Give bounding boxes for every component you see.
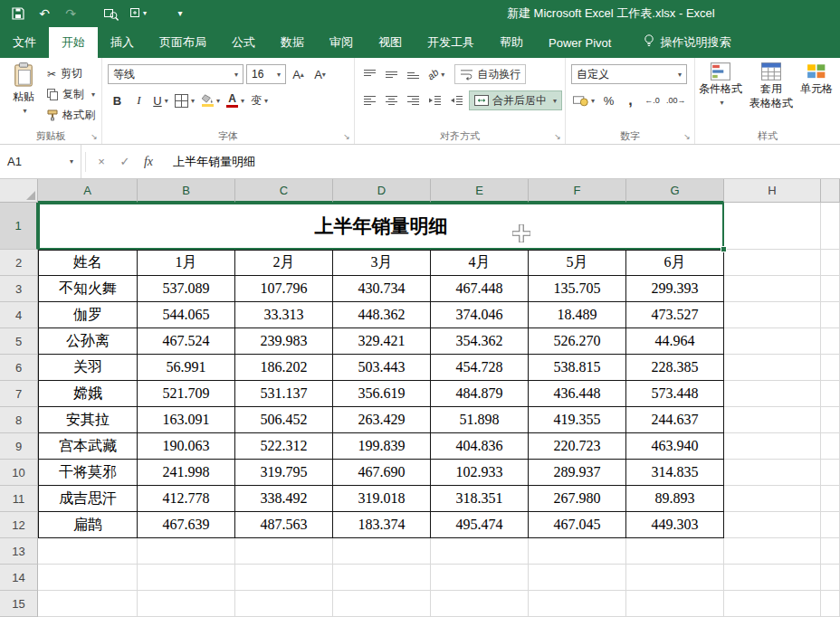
cell-B13[interactable] <box>138 538 235 565</box>
cell-H6[interactable] <box>724 355 821 381</box>
cell-I10[interactable] <box>821 460 840 486</box>
cell-C2[interactable]: 2月 <box>235 250 333 276</box>
cell-E2[interactable]: 4月 <box>431 250 529 276</box>
customize-quick-access-button[interactable]: ▾ <box>173 5 187 22</box>
font-name-select[interactable]: 等线▾ <box>108 64 243 84</box>
cell-styles-button[interactable]: 单元格 <box>800 62 833 109</box>
cell-D6[interactable]: 503.443 <box>333 355 431 381</box>
cell-F10[interactable]: 289.937 <box>529 460 626 486</box>
cell-H3[interactable] <box>724 276 821 302</box>
cell-G14[interactable] <box>626 565 724 591</box>
quick-tool-icon[interactable]: ▾ <box>130 5 147 22</box>
cell-A6[interactable]: 关羽 <box>38 355 138 381</box>
cell-A12[interactable]: 扁鹊 <box>38 512 138 538</box>
cell-C8[interactable]: 506.452 <box>235 407 333 433</box>
cell-G9[interactable]: 463.940 <box>626 433 724 460</box>
cell-H11[interactable] <box>724 486 821 512</box>
screenshot-tool-icon[interactable] <box>104 5 119 22</box>
cell-F15[interactable] <box>529 591 626 617</box>
row-header-12[interactable]: 12 <box>0 512 38 538</box>
decrease-font-size-button[interactable]: A▾ <box>310 64 329 84</box>
cell-D11[interactable]: 319.018 <box>333 486 431 512</box>
cell-B2[interactable]: 1月 <box>138 250 235 276</box>
cell-I1[interactable] <box>821 203 840 250</box>
cell-G2[interactable]: 6月 <box>626 250 724 276</box>
cell-C6[interactable]: 186.202 <box>235 355 333 381</box>
cell-B4[interactable]: 544.065 <box>138 302 235 328</box>
cell-I2[interactable] <box>821 250 840 276</box>
row-header-3[interactable]: 3 <box>0 276 38 302</box>
cell-D3[interactable]: 430.734 <box>333 276 431 302</box>
cell-B10[interactable]: 241.998 <box>138 460 235 486</box>
cancel-icon[interactable]: × <box>90 155 113 168</box>
save-icon[interactable] <box>11 5 25 22</box>
cell-C10[interactable]: 319.795 <box>235 460 333 486</box>
cell-G7[interactable]: 573.448 <box>626 381 724 407</box>
cell-E10[interactable]: 102.933 <box>431 460 529 486</box>
cell-F4[interactable]: 18.489 <box>529 302 626 328</box>
cell-H13[interactable] <box>724 538 821 565</box>
format-painter-button[interactable]: 格式刷 <box>47 108 95 123</box>
cell-E3[interactable]: 467.448 <box>431 276 529 302</box>
cell-E7[interactable]: 484.879 <box>431 381 529 407</box>
percent-style-button[interactable]: % <box>599 90 618 110</box>
merge-and-center-button[interactable]: 合并后居中 ▾ <box>469 90 562 110</box>
row-header-1[interactable]: 1 <box>0 203 38 250</box>
cell-I14[interactable] <box>821 565 840 591</box>
cell-E5[interactable]: 354.362 <box>431 328 529 355</box>
tab-Power Pivot[interactable]: Power Pivot <box>536 27 624 58</box>
cell-G8[interactable]: 244.637 <box>626 407 724 433</box>
row-header-5[interactable]: 5 <box>0 328 38 355</box>
cell-F12[interactable]: 467.045 <box>529 512 626 538</box>
cell-I11[interactable] <box>821 486 840 512</box>
cell-F5[interactable]: 526.270 <box>529 328 626 355</box>
column-header-E[interactable]: E <box>431 179 529 203</box>
cell-A4[interactable]: 伽罗 <box>38 302 138 328</box>
cell-G15[interactable] <box>626 591 724 617</box>
insert-function-icon[interactable]: fx <box>137 155 160 169</box>
cell-H14[interactable] <box>724 565 821 591</box>
cell-B3[interactable]: 537.089 <box>138 276 235 302</box>
fill-color-button[interactable]: ▾ <box>199 90 222 110</box>
row-header-10[interactable]: 10 <box>0 460 38 486</box>
cell-G10[interactable]: 314.835 <box>626 460 724 486</box>
cell-H9[interactable] <box>724 433 821 460</box>
cell-C15[interactable] <box>235 591 333 617</box>
tab-开始[interactable]: 开始 <box>49 27 98 58</box>
cell-A14[interactable] <box>38 565 138 591</box>
cell-H8[interactable] <box>724 407 821 433</box>
cell-B14[interactable] <box>138 565 235 591</box>
cell-B6[interactable]: 56.991 <box>138 355 235 381</box>
tab-开发工具[interactable]: 开发工具 <box>415 27 487 58</box>
cell-I13[interactable] <box>821 538 840 565</box>
cell-I4[interactable] <box>821 302 840 328</box>
formula-input[interactable]: 上半年销量明细 <box>160 154 840 170</box>
cell-A10[interactable]: 干将莫邪 <box>38 460 138 486</box>
tab-视图[interactable]: 视图 <box>366 27 415 58</box>
row-header-13[interactable]: 13 <box>0 538 38 565</box>
cell-D4[interactable]: 448.362 <box>333 302 431 328</box>
tell-me-search[interactable]: 操作说明搜索 <box>644 27 730 58</box>
row-header-15[interactable]: 15 <box>0 591 38 617</box>
column-header-C[interactable]: C <box>235 179 333 203</box>
cell-G13[interactable] <box>626 538 724 565</box>
cell-H5[interactable] <box>724 328 821 355</box>
cell-A7[interactable]: 嫦娥 <box>38 381 138 407</box>
cell-B9[interactable]: 190.063 <box>138 433 235 460</box>
bold-button[interactable]: B <box>108 90 127 110</box>
column-header-H[interactable]: H <box>724 179 821 203</box>
decrease-decimal-button[interactable]: .00→ <box>664 90 688 110</box>
align-left-icon[interactable] <box>360 90 379 110</box>
align-bottom-icon[interactable] <box>404 64 423 84</box>
paste-button[interactable]: 粘贴 ▾ <box>4 62 43 129</box>
cell-D7[interactable]: 356.619 <box>333 381 431 407</box>
align-center-icon[interactable] <box>382 90 401 110</box>
column-header-G[interactable]: G <box>626 179 724 203</box>
cell-G4[interactable]: 473.527 <box>626 302 724 328</box>
row-header-7[interactable]: 7 <box>0 381 38 407</box>
cell-B5[interactable]: 467.524 <box>138 328 235 355</box>
cell-G6[interactable]: 228.385 <box>626 355 724 381</box>
undo-icon[interactable]: ↶ <box>37 5 52 22</box>
align-middle-icon[interactable] <box>382 64 401 84</box>
wrap-text-button[interactable]: 自动换行 <box>454 64 526 84</box>
